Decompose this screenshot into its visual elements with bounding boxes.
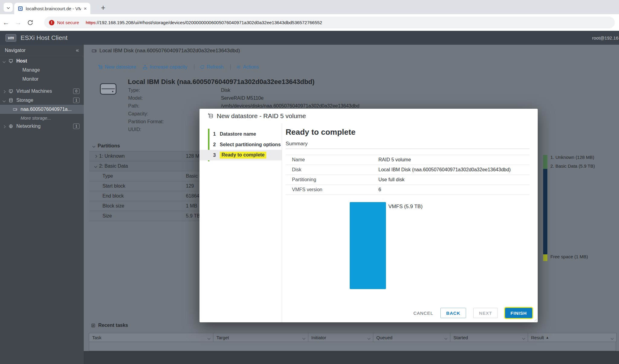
sidebar-item-label: Monitor xyxy=(22,76,38,82)
address-bar[interactable]: ! Not secure https://192.168.195.208/ui/… xyxy=(44,17,615,28)
column-header-started[interactable]: Started xyxy=(450,333,528,342)
column-header-result[interactable]: Result▲ xyxy=(528,333,616,342)
new-datastore-button[interactable]: New datastore xyxy=(98,64,136,70)
reload-button[interactable] xyxy=(24,20,36,26)
partition-label: 1: Unknown xyxy=(99,153,125,159)
column-header-target[interactable]: Target xyxy=(213,333,308,342)
sidebar-item-networking[interactable]: Networking 1 xyxy=(0,122,84,131)
column-header-initiator[interactable]: Initiator xyxy=(308,333,373,342)
summary-label: Summary xyxy=(286,141,308,147)
sidebar-item-virtual-machines[interactable]: Virtual Machines 0 xyxy=(0,87,84,96)
vmware-favicon-icon xyxy=(18,6,23,11)
partitions-section-toggle[interactable]: Partitions xyxy=(93,143,120,149)
step-label: Select partitioning options xyxy=(220,142,281,147)
chevron-down-icon[interactable] xyxy=(365,335,370,340)
vm-icon xyxy=(8,89,14,94)
increase-capacity-button[interactable]: Increase capacity xyxy=(143,64,187,70)
back-button-dialog[interactable]: BACK xyxy=(440,308,466,318)
sidebar-item-label: naa.6005076040971a... xyxy=(21,107,72,112)
breadcrumb-label: Local IBM Disk (naa.6005076040971a302d0a… xyxy=(99,48,240,54)
sidebar-item-storage[interactable]: Storage 1 xyxy=(0,96,84,105)
refresh-label: Refresh xyxy=(207,64,224,70)
info-label: Model: xyxy=(128,95,221,101)
new-datastore-icon xyxy=(98,65,103,69)
tab-title: localhost.braincourt.de - VMwa xyxy=(26,6,81,11)
url-scheme: https xyxy=(86,20,96,25)
column-label: Queued xyxy=(376,335,392,340)
step-label: Datastore name xyxy=(220,131,256,137)
sidebar-item-host[interactable]: Host xyxy=(0,56,84,66)
chevron-down-icon xyxy=(92,144,96,147)
back-button[interactable]: ← xyxy=(0,19,12,27)
sidebar-item-monitor[interactable]: Monitor xyxy=(0,75,84,84)
sidebar-item-manage[interactable]: Manage xyxy=(0,66,84,75)
chevron-down-icon[interactable] xyxy=(205,335,210,340)
actions-label: Actions xyxy=(243,64,259,70)
finish-button[interactable]: FINISH xyxy=(505,308,532,318)
new-tab-button[interactable]: + xyxy=(101,3,105,12)
chevron-down-icon xyxy=(0,58,8,64)
user-menu[interactable]: root@192.16 xyxy=(592,35,618,40)
summary-row-label: Name xyxy=(286,157,378,163)
not-secure-icon: ! xyxy=(49,20,54,25)
actions-button[interactable]: Actions xyxy=(236,64,259,70)
sidebar-item-label: More storage... xyxy=(21,115,51,121)
recent-tasks-title: Recent tasks xyxy=(98,323,128,328)
summary-row: DiskLocal IBM Disk (naa.6005076040971a30… xyxy=(286,165,530,175)
breadcrumb: Local IBM Disk (naa.6005076040971a302d0a… xyxy=(92,47,240,54)
sidebar-item-label: Networking xyxy=(16,124,41,129)
summary-row-value: 6 xyxy=(378,187,381,192)
count-badge: 1 xyxy=(73,124,79,129)
browser-tab[interactable]: localhost.braincourt.de - VMwa × xyxy=(14,3,90,14)
vmware-logo: vm xyxy=(5,34,16,42)
sidebar-item-more-storage[interactable]: More storage... xyxy=(0,114,84,122)
cancel-button[interactable]: CANCEL xyxy=(413,311,433,316)
sidebar-item-label: Host xyxy=(16,58,27,64)
recent-tasks-header: Recent tasks xyxy=(91,323,128,328)
chevron-down-icon[interactable] xyxy=(300,335,305,340)
chevron-down-icon[interactable] xyxy=(520,335,525,340)
recent-tasks-table-header: Task Target Initiator Queued Started Res… xyxy=(89,333,617,342)
screen: localhost.braincourt.de - VMwa × + ← → !… xyxy=(0,0,619,364)
partition-label: Type xyxy=(89,173,186,179)
count-badge: 1 xyxy=(73,98,79,103)
wizard-step-2[interactable]: 2 Select partitioning options xyxy=(199,139,282,150)
wizard-content: Ready to complete Summary NameRAID 5 vol… xyxy=(282,123,538,322)
disk-icon xyxy=(12,107,18,112)
partition-label: 2: Basic Data xyxy=(99,163,128,169)
partition-segment-unknown xyxy=(543,155,547,169)
collapse-sidebar-icon[interactable]: « xyxy=(76,47,79,53)
app-header: vm ESXi Host Client root@192.16 xyxy=(0,31,619,45)
chevron-right-icon xyxy=(0,89,8,94)
new-datastore-label: New datastore xyxy=(105,64,136,70)
step-number: 3 xyxy=(213,153,220,158)
summary-table: NameRAID 5 volume DiskLocal IBM Disk (na… xyxy=(286,155,530,195)
sidebar-item-label: Storage xyxy=(16,98,33,103)
chevron-down-icon[interactable] xyxy=(608,335,613,340)
wizard-step-3[interactable]: 3 Ready to complete xyxy=(199,150,282,160)
wizard-step-1[interactable]: 1 Datastore name xyxy=(199,129,282,139)
column-header-task[interactable]: Task xyxy=(89,333,213,342)
chevron-down-icon[interactable] xyxy=(442,335,447,340)
refresh-button[interactable]: Refresh xyxy=(200,64,224,70)
storage-icon xyxy=(8,98,14,103)
partition-legend-free-space: Free space (1 MB) xyxy=(550,254,588,259)
navigator-header: Navigator « xyxy=(0,45,84,56)
vmfs-partition-block xyxy=(350,202,386,289)
tab-search-button[interactable] xyxy=(4,3,13,12)
info-label: Type: xyxy=(128,88,221,93)
partition-label: Start block xyxy=(89,183,186,189)
tasks-icon xyxy=(91,323,96,328)
toolbar-separator xyxy=(194,64,194,70)
next-button[interactable]: NEXT xyxy=(473,308,498,318)
step-number: 2 xyxy=(213,142,220,147)
partition-legend-unknown: 1. Unknown (128 MB) xyxy=(550,155,594,160)
forward-button[interactable]: → xyxy=(12,19,24,27)
summary-row-value: Local IBM Disk (naa.6005076040971a302d0a… xyxy=(378,167,511,172)
url-text: https://192.168.195.208/ui/#/host/storag… xyxy=(86,20,322,25)
tab-close-icon[interactable]: × xyxy=(84,6,87,11)
sidebar-item-selected-device[interactable]: naa.6005076040971a... xyxy=(0,105,84,114)
not-secure-label[interactable]: Not secure xyxy=(57,20,79,25)
summary-row-label: VMFS version xyxy=(286,187,378,192)
column-header-queued[interactable]: Queued xyxy=(373,333,450,342)
